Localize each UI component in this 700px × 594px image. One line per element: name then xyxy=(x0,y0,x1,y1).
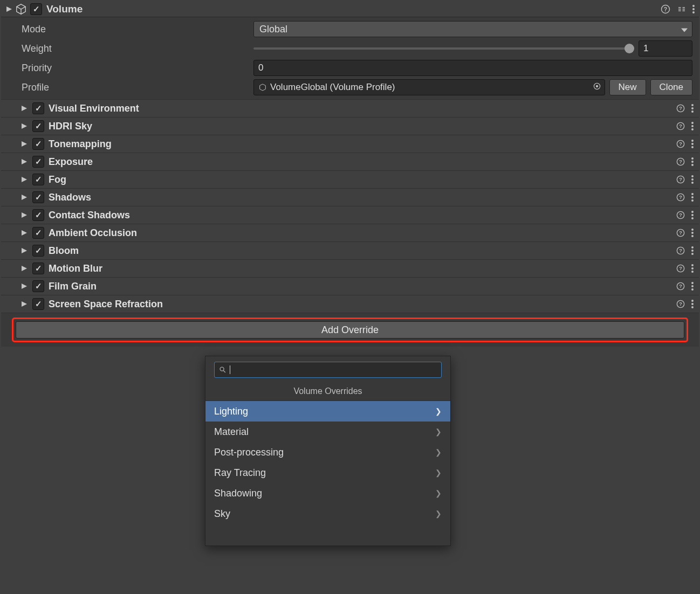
override-context-menu-icon[interactable] xyxy=(691,104,694,113)
override-row: Film Grain? xyxy=(1,277,699,295)
override-foldout-toggle[interactable] xyxy=(22,284,29,289)
override-label: Exposure xyxy=(49,156,675,168)
override-foldout-toggle[interactable] xyxy=(22,177,29,182)
override-foldout-toggle[interactable] xyxy=(22,301,29,307)
override-context-menu-icon[interactable] xyxy=(691,300,694,308)
override-row: HDRI Sky? xyxy=(1,117,699,135)
override-category-item[interactable]: Post-processing❯ xyxy=(205,442,450,462)
override-context-menu-icon[interactable] xyxy=(691,282,694,291)
override-enable-checkbox[interactable] xyxy=(32,138,44,150)
help-icon[interactable]: ? xyxy=(675,263,686,274)
volume-inspector-panel: Volume ? Mode Global Weight xyxy=(0,0,700,348)
override-foldout-toggle[interactable] xyxy=(22,212,29,218)
override-context-menu-icon[interactable] xyxy=(691,157,694,166)
help-icon[interactable]: ? xyxy=(675,103,686,114)
override-context-menu-icon[interactable] xyxy=(691,246,694,255)
override-row: Tonemapping? xyxy=(1,135,699,153)
override-enable-checkbox[interactable] xyxy=(32,263,44,274)
help-icon[interactable]: ? xyxy=(675,227,686,238)
add-override-section: Add Override xyxy=(1,313,699,347)
priority-input[interactable]: 0 xyxy=(253,60,692,76)
priority-row: Priority 0 xyxy=(1,58,699,78)
preset-icon[interactable] xyxy=(676,4,687,15)
svg-text:?: ? xyxy=(679,284,682,289)
override-category-label: Lighting xyxy=(214,406,248,417)
override-enable-checkbox[interactable] xyxy=(32,120,44,132)
component-context-menu-icon[interactable] xyxy=(692,5,695,13)
override-context-menu-icon[interactable] xyxy=(691,140,694,148)
chevron-right-icon: ❯ xyxy=(435,427,442,436)
weight-slider-handle[interactable] xyxy=(624,44,634,53)
override-enable-checkbox[interactable] xyxy=(32,191,44,203)
help-icon[interactable]: ? xyxy=(675,245,686,256)
override-context-menu-icon[interactable] xyxy=(691,211,694,219)
override-category-item[interactable]: Material❯ xyxy=(205,422,450,442)
override-enable-checkbox[interactable] xyxy=(32,156,44,168)
override-enable-checkbox[interactable] xyxy=(32,227,44,239)
mode-dropdown[interactable]: Global xyxy=(253,21,692,37)
override-enable-checkbox[interactable] xyxy=(32,298,44,310)
weight-label: Weight xyxy=(22,43,253,54)
help-icon[interactable]: ? xyxy=(675,210,686,220)
override-foldout-toggle[interactable] xyxy=(22,248,29,253)
object-picker-icon[interactable] xyxy=(593,82,601,93)
profile-clone-button[interactable]: Clone xyxy=(650,79,692,95)
help-icon[interactable]: ? xyxy=(675,121,686,132)
override-label: Tonemapping xyxy=(49,139,675,150)
profile-asset-icon xyxy=(258,83,267,92)
override-foldout-toggle[interactable] xyxy=(22,123,29,129)
add-override-highlight: Add Override xyxy=(12,317,688,342)
profile-object-field[interactable]: VolumeGlobal (Volume Profile) xyxy=(253,79,605,95)
svg-marker-33 xyxy=(22,266,27,271)
override-context-menu-icon[interactable] xyxy=(691,229,694,237)
override-foldout-toggle[interactable] xyxy=(22,106,29,111)
svg-text:?: ? xyxy=(679,212,682,218)
override-foldout-toggle[interactable] xyxy=(22,141,29,147)
override-category-item[interactable]: Sky❯ xyxy=(205,503,450,524)
mode-label: Mode xyxy=(22,24,253,35)
component-title: Volume xyxy=(46,3,660,15)
override-list: Visual Environment?HDRI Sky?Tonemapping?… xyxy=(1,99,699,313)
override-label: Contact Shadows xyxy=(49,210,675,221)
override-context-menu-icon[interactable] xyxy=(691,264,694,273)
profile-row: Profile VolumeGlobal (Volume Profile) Ne… xyxy=(1,78,699,97)
override-foldout-toggle[interactable] xyxy=(22,230,29,236)
add-override-button[interactable]: Add Override xyxy=(16,321,684,339)
help-icon[interactable]: ? xyxy=(660,4,671,15)
override-search-input[interactable] xyxy=(214,362,442,378)
override-foldout-toggle[interactable] xyxy=(22,195,29,200)
priority-value: 0 xyxy=(258,63,263,73)
override-context-menu-icon[interactable] xyxy=(691,193,694,202)
weight-input[interactable] xyxy=(639,40,692,57)
foldout-toggle[interactable] xyxy=(5,5,13,13)
override-context-menu-icon[interactable] xyxy=(691,122,694,130)
override-context-menu-icon[interactable] xyxy=(691,175,694,184)
override-label: Film Grain xyxy=(49,281,675,292)
help-icon[interactable]: ? xyxy=(675,281,686,292)
override-enable-checkbox[interactable] xyxy=(32,102,44,114)
override-row: Contact Shadows? xyxy=(1,206,699,224)
profile-label: Profile xyxy=(22,82,253,93)
override-category-item[interactable]: Lighting❯ xyxy=(205,401,450,422)
help-icon[interactable]: ? xyxy=(675,299,686,309)
override-category-item[interactable]: Shadowing❯ xyxy=(205,483,450,503)
override-enable-checkbox[interactable] xyxy=(32,209,44,221)
override-enable-checkbox[interactable] xyxy=(32,174,44,185)
volume-component-icon xyxy=(15,3,27,15)
help-icon[interactable]: ? xyxy=(675,139,686,149)
component-enable-checkbox[interactable] xyxy=(30,3,42,15)
svg-marker-27 xyxy=(22,230,27,236)
override-foldout-toggle[interactable] xyxy=(22,266,29,271)
help-icon[interactable]: ? xyxy=(675,174,686,185)
weight-slider[interactable] xyxy=(253,47,634,50)
help-icon[interactable]: ? xyxy=(675,156,686,167)
help-icon[interactable]: ? xyxy=(675,192,686,203)
svg-text:?: ? xyxy=(679,177,682,182)
override-enable-checkbox[interactable] xyxy=(32,280,44,292)
component-header: Volume ? xyxy=(1,1,699,17)
profile-new-button[interactable]: New xyxy=(609,79,646,95)
override-enable-checkbox[interactable] xyxy=(32,245,44,257)
override-category-item[interactable]: Ray Tracing❯ xyxy=(205,462,450,483)
override-row: Visual Environment? xyxy=(1,99,699,117)
override-foldout-toggle[interactable] xyxy=(22,159,29,164)
